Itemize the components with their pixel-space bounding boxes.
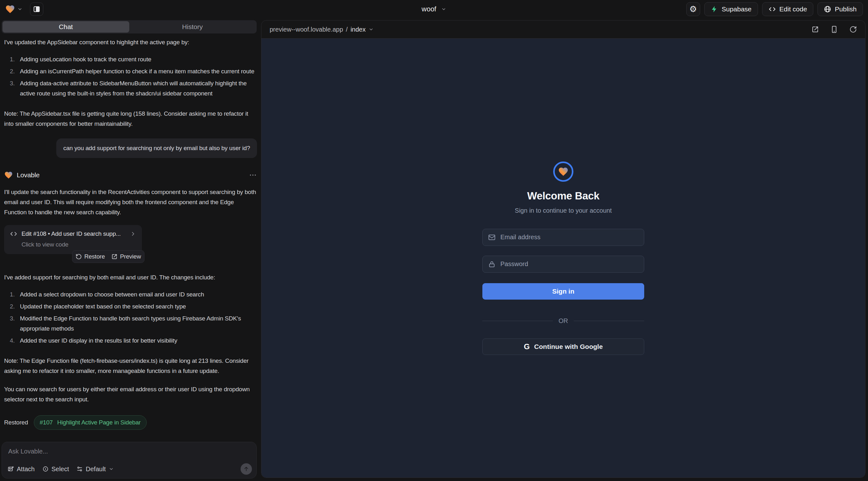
page-title: Welcome Back <box>527 190 600 202</box>
lock-icon <box>488 260 496 268</box>
password-field[interactable]: Password <box>483 256 644 273</box>
google-label: Continue with Google <box>534 343 603 351</box>
chat-messages: I've updated the AppSidebar component to… <box>0 35 261 440</box>
globe-icon <box>824 5 831 13</box>
tab-chat[interactable]: Chat <box>3 21 129 33</box>
mail-icon <box>488 233 496 241</box>
edit-code-button[interactable]: Edit code <box>762 2 814 16</box>
change-list: Adding useLocation hook to track the cur… <box>4 54 257 100</box>
assistant-header: Lovable <box>4 170 257 180</box>
gear-icon: ⚙ <box>689 5 697 13</box>
preview-button[interactable]: Preview <box>111 252 141 262</box>
edit-card-title: Edit #108 • Add user ID search supp... <box>22 229 121 239</box>
composer: Attach Select Default <box>2 442 257 478</box>
divider-line <box>483 321 553 321</box>
publish-button[interactable]: Publish <box>817 2 863 16</box>
version-title: Highlight Active Page in Sidebar <box>57 417 141 427</box>
chevron-down-icon <box>18 7 23 12</box>
select-button[interactable]: Select <box>42 466 69 473</box>
heart-icon <box>558 166 569 177</box>
preview-page: index <box>350 26 366 33</box>
refresh-icon[interactable] <box>849 26 857 33</box>
restored-row: Restored #107 Highlight Active Page in S… <box>4 415 257 430</box>
preview-header: preview--woof.lovable.app / index <box>261 21 865 38</box>
supabase-button[interactable]: Supabase <box>704 2 758 16</box>
external-link-icon <box>111 253 118 260</box>
email-placeholder: Email address <box>500 233 540 241</box>
assistant-paragraph: I'll update the search functionality in … <box>4 187 257 218</box>
chat-panel: Chat History I've updated the AppSidebar… <box>0 18 261 481</box>
settings-button[interactable]: ⚙ <box>686 2 700 16</box>
edit-version-card[interactable]: Edit #108 • Add user ID search supp... C… <box>4 225 142 254</box>
signin-card: Welcome Back Sign in to continue to your… <box>483 161 644 355</box>
version-number: #107 <box>40 417 53 427</box>
edit-card-subtitle: Click to view code <box>22 239 136 250</box>
attach-button[interactable]: Attach <box>8 466 35 473</box>
restored-version-badge[interactable]: #107 Highlight Active Page in Sidebar <box>34 415 147 430</box>
sidebar-toggle-button[interactable] <box>30 3 43 16</box>
app-logo <box>553 161 574 182</box>
list-item: Modified the Edge Function to handle bot… <box>4 314 257 334</box>
chevron-right-icon <box>130 231 136 237</box>
change-list: Added a select dropdown to choose betwee… <box>4 289 257 348</box>
send-button[interactable] <box>241 463 252 475</box>
list-item: Adding data-active attribute to SidebarM… <box>4 78 257 99</box>
google-sign-in-button[interactable]: G Continue with Google <box>483 339 644 355</box>
preview-label: Preview <box>120 252 141 262</box>
assistant-paragraph: I've updated the AppSidebar component to… <box>4 37 257 47</box>
assistant-note: Note: The Edge Function file (fetch-fire… <box>4 356 257 376</box>
list-item: Adding useLocation hook to track the cur… <box>4 54 257 64</box>
mobile-view-icon[interactable] <box>830 26 838 33</box>
divider-line <box>574 321 644 321</box>
divider-label: OR <box>559 317 568 325</box>
lovable-heart-icon <box>5 4 15 14</box>
publish-label: Publish <box>835 5 857 13</box>
assistant-paragraph: I've added support for searching by both… <box>4 272 257 283</box>
edit-card-actions: Restore Preview <box>72 250 145 263</box>
restore-button[interactable]: Restore <box>75 252 105 262</box>
chevron-down-icon[interactable] <box>441 7 446 12</box>
project-name: woof <box>422 5 436 13</box>
assistant-paragraph: You can now search for users by either t… <box>4 384 257 405</box>
restore-label: Restore <box>84 252 105 262</box>
arrow-up-icon <box>243 466 249 472</box>
preview-domain: preview--woof.lovable.app <box>270 26 343 33</box>
more-options-icon[interactable] <box>249 171 257 179</box>
preview-panel: preview--woof.lovable.app / index We <box>261 20 865 478</box>
panel-icon <box>33 5 40 13</box>
password-placeholder: Password <box>500 260 528 268</box>
top-bar: woof ⚙ Supabase Edit code Publish <box>0 0 868 18</box>
code-icon <box>769 5 776 13</box>
restore-icon <box>75 253 82 260</box>
chat-history-tabs: Chat History <box>2 20 257 33</box>
select-label: Select <box>52 466 69 473</box>
sign-in-button[interactable]: Sign in <box>483 283 644 299</box>
edit-code-label: Edit code <box>779 5 807 13</box>
user-message-bubble: can you add support for searching not on… <box>56 138 257 158</box>
list-item: Updated the placeholder text based on th… <box>4 301 257 312</box>
preview-viewport: Welcome Back Sign in to continue to your… <box>261 38 865 478</box>
email-field[interactable]: Email address <box>483 229 644 246</box>
chat-input[interactable] <box>8 448 250 455</box>
image-plus-icon <box>8 466 14 472</box>
chevron-down-icon <box>369 27 374 32</box>
open-in-new-tab-icon[interactable] <box>811 26 819 33</box>
target-icon <box>42 466 49 472</box>
path-separator: / <box>346 26 348 33</box>
code-icon <box>10 230 18 238</box>
lovable-logo-menu[interactable] <box>5 4 23 14</box>
list-item: Added a select dropdown to choose betwee… <box>4 289 257 299</box>
google-icon: G <box>524 342 530 351</box>
sliders-icon <box>76 466 83 472</box>
preview-url-selector[interactable]: preview--woof.lovable.app / index <box>270 26 374 33</box>
restored-label: Restored <box>4 417 28 427</box>
assistant-note: Note: The AppSidebar.tsx file is getting… <box>4 109 257 129</box>
lovable-heart-icon <box>4 171 13 180</box>
page-subtitle: Sign in to continue to your account <box>515 207 612 214</box>
mode-label: Default <box>86 466 105 473</box>
list-item: Adding an isCurrentPath helper function … <box>4 66 257 76</box>
list-item: Added the user ID display in the results… <box>4 335 257 346</box>
model-mode-button[interactable]: Default <box>76 466 114 473</box>
assistant-name: Lovable <box>17 170 39 180</box>
tab-history[interactable]: History <box>129 21 256 33</box>
